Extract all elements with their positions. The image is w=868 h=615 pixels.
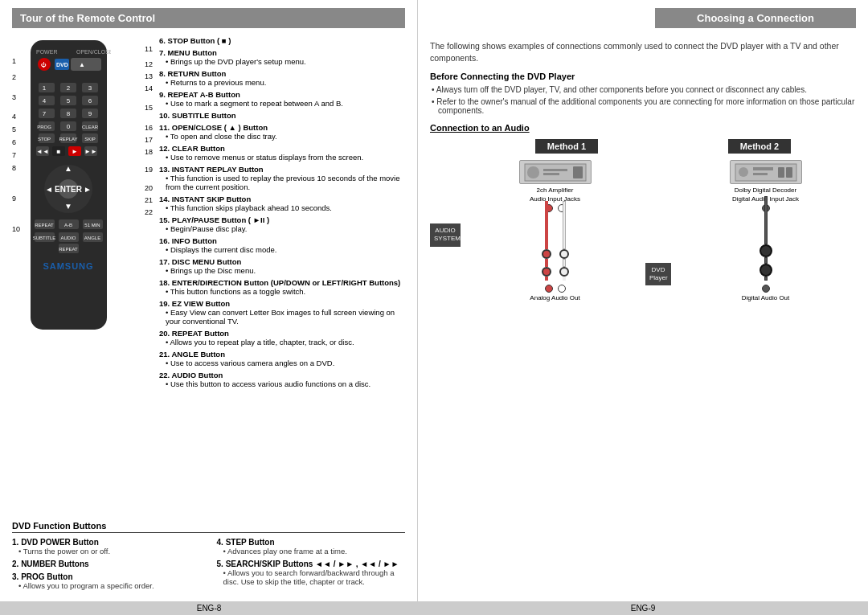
svg-text:►: ► — [84, 185, 92, 194]
btn-desc-11: 11. OPEN/CLOSE ( ▲ ) Button • To open an… — [159, 123, 405, 141]
svg-text:8: 8 — [67, 110, 71, 117]
func-5: 5. SEARCH/SKIP Buttons ◄◄ / ►► , ◄◄ / ►►… — [217, 559, 406, 586]
btn-desc-15: 15. PLAY/PAUSE Button ( ►II ) • Begin/Pa… — [159, 215, 405, 233]
left-section-header: Tour of the Remote Control — [12, 8, 405, 28]
rca-jacks-bottom — [545, 285, 566, 293]
svg-text:POWER: POWER — [36, 49, 57, 55]
svg-rect-70 — [527, 166, 539, 178]
svg-text:REPLAY: REPLAY — [59, 137, 77, 141]
decoder-device — [730, 160, 802, 184]
svg-point-75 — [739, 167, 748, 177]
cable-connectors-m1 — [542, 216, 569, 281]
func-1: 1. DVD POWER Button • Turns the power on… — [12, 537, 201, 556]
cable-connectors-m2 — [760, 216, 772, 281]
svg-text:3: 3 — [88, 84, 92, 92]
svg-text:5: 5 — [67, 97, 71, 105]
btn-desc-20: 20. REPEAT Button • Allows you to repeat… — [159, 329, 405, 346]
svg-text:ENTER: ENTER — [55, 185, 83, 194]
before-connecting-title: Before Connecting the DVD Player — [430, 72, 856, 81]
before-point-2: • Refer to the owner's manual of the add… — [430, 97, 856, 115]
svg-rect-72 — [543, 173, 559, 175]
connection-audio-section: Connection to an Audio Method 1 Method 2… — [430, 123, 856, 301]
svg-text:SUBTITLE: SUBTITLE — [33, 236, 56, 240]
svg-text:9: 9 — [88, 110, 92, 117]
svg-text:DVD: DVD — [56, 62, 68, 68]
page-num-right: ENG-9 — [418, 601, 868, 615]
before-point-1: • Always turn off the DVD player, TV, an… — [430, 85, 856, 94]
btn-desc-14: 14. INSTANT SKIP Button • This function … — [159, 195, 405, 212]
svg-text:■: ■ — [57, 148, 61, 155]
btn-desc-12: 12. CLEAR Button • Use to remove menus o… — [159, 144, 405, 162]
svg-text:SKIP: SKIP — [84, 137, 96, 141]
svg-text:▼: ▼ — [64, 202, 72, 211]
svg-text:PROG: PROG — [37, 125, 51, 129]
svg-text:►: ► — [72, 148, 78, 155]
svg-text:▲: ▲ — [64, 164, 72, 173]
btn-desc-16: 16. INFO Button • Displays the current d… — [159, 236, 405, 254]
diagram-area: AUDIO SYSTEM 2ch — [430, 160, 856, 301]
m1-mid-label: Audio Input Jacks — [530, 195, 580, 203]
left-panel: Tour of the Remote Control 1 2 3 4 5 6 7… — [0, 0, 418, 601]
svg-rect-76 — [753, 167, 773, 170]
func-2: 2. NUMBER Buttons — [12, 559, 201, 568]
svg-text:7: 7 — [43, 110, 47, 117]
svg-text:▲: ▲ — [79, 61, 85, 68]
svg-rect-15 — [39, 96, 55, 105]
svg-text:►►: ►► — [84, 148, 97, 155]
svg-rect-21 — [39, 109, 55, 118]
svg-text:6: 6 — [88, 97, 92, 105]
svg-text:OPEN/CLOSE: OPEN/CLOSE — [76, 49, 111, 55]
svg-rect-73 — [573, 166, 583, 178]
method1-diagram: 2ch Amplifier Audio Input Jacks — [465, 160, 645, 301]
dvd-func-col1: 1. DVD POWER Button • Turns the power on… — [12, 537, 201, 593]
svg-text:AUDIO: AUDIO — [60, 236, 76, 240]
svg-text:CLEAR: CLEAR — [82, 125, 99, 129]
svg-rect-5 — [71, 58, 101, 71]
svg-text:⏻: ⏻ — [41, 62, 47, 68]
connection-audio-title: Connection to an Audio — [430, 123, 856, 133]
method1-label: Method 1 — [535, 139, 598, 154]
right-number-labels: 11 12 13 14 15 16 17 18 19 20 21 22 — [145, 40, 153, 218]
svg-text:◄◄: ◄◄ — [36, 148, 49, 155]
btn-desc-7: 7. MENU Button • Brings up the DVD playe… — [159, 48, 405, 66]
m1-top-label: 2ch Amplifier — [537, 187, 574, 194]
dvd-func-col2: 4. STEP Button • Advances play one frame… — [217, 537, 406, 593]
method2-diagram: Dolby Digital Decoder Digital Audio Inpu… — [675, 160, 856, 301]
svg-rect-79 — [786, 167, 792, 178]
svg-rect-78 — [778, 167, 784, 178]
svg-rect-71 — [543, 169, 567, 171]
btn-desc-6: 6. STOP Button ( ■ ) — [159, 36, 405, 45]
before-connecting-section: Before Connecting the DVD Player • Alway… — [430, 72, 856, 115]
svg-rect-77 — [753, 173, 768, 175]
m2-top-label: Dolby Digital Decoder — [735, 187, 796, 194]
svg-rect-9 — [39, 83, 55, 92]
svg-text:4: 4 — [43, 97, 47, 105]
digital-jack-bottom — [762, 285, 770, 293]
m2-bot-label: Digital Audio Out — [742, 294, 790, 301]
btn-desc-9: 9. REPEAT A-B Button • Use to mark a seg… — [159, 90, 405, 108]
page-numbers-row: ENG-8 ENG-9 — [0, 601, 868, 615]
btn-desc-22: 22. AUDIO Button • Use this button to ac… — [159, 371, 405, 388]
svg-text:STOP: STOP — [38, 137, 51, 141]
svg-text:SAMSUNG: SAMSUNG — [43, 261, 93, 271]
remote-control: POWER OPEN/CLOSE ⏻ ▲ DVD 1 — [27, 36, 111, 335]
dvd-player-block: DVD Player — [645, 160, 671, 285]
btn-desc-18: 18. ENTER/DIRECTION Button (UP/DOWN or L… — [159, 278, 405, 296]
method-labels-row: Method 1 Method 2 — [430, 139, 856, 154]
svg-text:REPEAT: REPEAT — [59, 247, 78, 252]
m1-bot-label: Analog Audio Out — [530, 294, 579, 301]
method2-label: Method 2 — [728, 139, 791, 154]
func-4: 4. STEP Button • Advances play one frame… — [217, 537, 406, 556]
right-intro: The following shows examples of connecti… — [430, 40, 856, 64]
dvd-function-section: DVD Function Buttons 1. DVD POWER Button… — [12, 521, 405, 593]
btn-desc-21: 21. ANGLE Button • Use to access various… — [159, 350, 405, 367]
svg-text:ANGLE: ANGLE — [84, 236, 100, 240]
svg-text:A-B: A-B — [64, 223, 72, 228]
svg-text:0: 0 — [67, 123, 71, 130]
svg-text:1: 1 — [43, 84, 47, 92]
button-descriptions: 6. STOP Button ( ■ ) 7. MENU Button • Br… — [159, 36, 405, 517]
btn-desc-10: 10. SUBTITLE Button — [159, 111, 405, 120]
dvd-functions-title: DVD Function Buttons — [12, 521, 405, 533]
btn-desc-17: 17. DISC MENU Button • Brings up the Dis… — [159, 257, 405, 275]
right-panel: Choosing a Connection The following show… — [418, 0, 868, 601]
